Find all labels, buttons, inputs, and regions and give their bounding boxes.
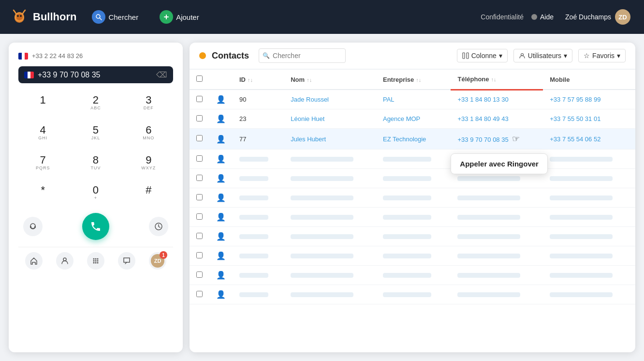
row-checkbox[interactable] [196, 213, 203, 220]
col-mobile: Mobile [543, 70, 635, 90]
person-icon: 👤 [216, 155, 226, 163]
key-6[interactable]: 6MNO [124, 120, 173, 146]
help-label: Aide [540, 13, 554, 21]
select-all-checkbox[interactable] [196, 75, 203, 82]
key-#[interactable]: # [124, 180, 173, 206]
bullhorn-logo-icon [10, 7, 29, 27]
cell-id [233, 285, 284, 304]
call-button[interactable] [82, 213, 109, 240]
utilisateurs-button[interactable]: Utilisateurs ▾ [513, 49, 572, 62]
cell-telephone [451, 150, 543, 169]
person-icon: 👤 [216, 194, 226, 202]
footer-home-button[interactable] [25, 252, 43, 270]
search-icon [92, 10, 105, 24]
svg-point-13 [93, 258, 95, 260]
cell-id [233, 150, 284, 169]
cell-telephone [451, 266, 543, 285]
add-button[interactable]: Ajouter [154, 7, 205, 27]
row-checkbox[interactable] [196, 233, 203, 239]
table-row-placeholder: 👤 [190, 188, 635, 208]
keypad: 12ABC3DEF4GHI5JKL6MNO7PQRS8TUV9WXYZ*0+# [18, 90, 173, 206]
favoris-label: Favoris [592, 52, 615, 60]
home-icon [25, 252, 43, 270]
key-3[interactable]: 3DEF [124, 90, 173, 116]
cell-nom: Jade Roussel [284, 90, 376, 109]
backspace-button[interactable]: ⌫ [156, 70, 167, 79]
crm-header: Contacts 🔍 Colonne ▾ Utilisateurs ▾ ☆ Fa… [190, 43, 635, 70]
svg-point-17 [95, 260, 97, 262]
utilisateurs-chevron: ▾ [564, 52, 567, 60]
cell-entreprise [376, 169, 451, 188]
cell-mobile [543, 208, 635, 227]
row-checkbox[interactable] [196, 271, 203, 278]
cell-telephone [451, 227, 543, 246]
search-button[interactable]: Chercher [86, 7, 144, 27]
contacts-table-wrapper: ID↑↓ Nom↑↓ Entreprise↑↓ Téléphone↑↓ Mobi… [190, 70, 635, 352]
col-id: ID↑↓ [233, 70, 284, 90]
footer-keypad-button[interactable] [87, 252, 104, 270]
person-icon: 👤 [216, 135, 226, 143]
dialer-previous-number: +33 2 22 44 83 26 [18, 52, 173, 60]
key-0[interactable]: 0+ [71, 180, 120, 206]
key-1[interactable]: 1 [18, 90, 67, 116]
avatar: ZD [615, 9, 630, 25]
row-checkbox[interactable] [196, 135, 203, 141]
key-2[interactable]: 2ABC [71, 90, 120, 116]
contacts-title: Contacts [212, 51, 249, 61]
key-4[interactable]: 4GHI [18, 120, 67, 146]
headset-button[interactable] [23, 217, 43, 236]
person-icon: 👤 [216, 95, 226, 104]
svg-point-2 [17, 15, 19, 17]
chat-icon [118, 252, 135, 270]
cell-nom: Jules Hubert [284, 129, 376, 150]
key-5[interactable]: 5JKL [71, 120, 120, 146]
table-row-placeholder: 👤 [190, 266, 635, 285]
cell-entreprise [376, 208, 451, 227]
dialer-number-display: +33 9 70 70 08 35 [38, 71, 152, 79]
row-checkbox[interactable] [196, 194, 203, 200]
cell-nom [284, 246, 376, 266]
cell-nom [284, 285, 376, 304]
svg-point-21 [97, 262, 99, 264]
row-checkbox[interactable] [196, 96, 203, 102]
contacts-search-input[interactable] [259, 48, 346, 63]
cell-mobile: +33 7 55 54 06 52 [543, 129, 635, 150]
svg-point-12 [63, 258, 66, 261]
confidentialite-link[interactable]: Confidentialité [481, 13, 524, 21]
cell-telephone [451, 208, 543, 227]
row-checkbox[interactable] [196, 115, 203, 121]
colonne-button[interactable]: Colonne ▾ [457, 49, 508, 62]
row-checkbox[interactable] [196, 175, 203, 181]
star-icon: ☆ [584, 52, 590, 60]
cell-telephone: +33 1 84 80 49 43 [451, 109, 543, 129]
cell-mobile [543, 188, 635, 208]
dialer-actions [18, 213, 173, 240]
cell-mobile [543, 266, 635, 285]
dialer-input-row: +33 9 70 70 08 35 ⌫ [18, 66, 173, 83]
footer-chat-button[interactable] [118, 252, 135, 270]
key-7[interactable]: 7PQRS [18, 150, 67, 176]
cell-nom [284, 227, 376, 246]
key-8[interactable]: 8TUV [71, 150, 120, 176]
crm-panel: Contacts 🔍 Colonne ▾ Utilisateurs ▾ ☆ Fa… [190, 43, 635, 352]
key-*[interactable]: * [18, 180, 67, 206]
svg-line-5 [100, 18, 102, 20]
favoris-button[interactable]: ☆ Favoris ▾ [578, 49, 626, 62]
schedule-button[interactable] [149, 217, 168, 236]
logo-text: Bullhorn [33, 11, 76, 23]
user-menu-button[interactable]: Zoé Duchamps ZD [561, 7, 634, 27]
svg-rect-10 [34, 226, 36, 228]
cell-nom [284, 188, 376, 208]
help-button[interactable]: Aide [531, 13, 554, 21]
table-row: 👤 90 Jade Roussel PAL +33 1 84 80 13 30 … [190, 90, 635, 109]
key-9[interactable]: 9WXYZ [124, 150, 173, 176]
cell-entreprise: EZ Technologie [376, 129, 451, 150]
row-checkbox[interactable] [196, 291, 203, 297]
footer-user-button[interactable]: ZD 1 [149, 252, 166, 270]
footer-contacts-button[interactable] [56, 252, 73, 270]
row-checkbox[interactable] [196, 252, 203, 258]
row-checkbox[interactable] [196, 155, 203, 162]
favoris-chevron: ▾ [617, 52, 620, 60]
cell-entreprise [376, 285, 451, 304]
cell-nom [284, 169, 376, 188]
